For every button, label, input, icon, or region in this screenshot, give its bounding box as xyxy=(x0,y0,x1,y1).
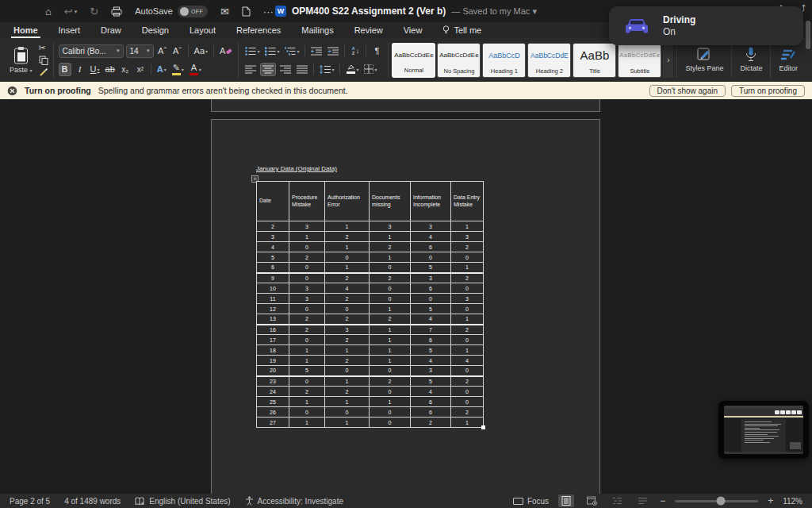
table-cell[interactable]: 16 xyxy=(257,325,289,335)
undo-icon[interactable]: ↩▾ xyxy=(64,6,77,17)
table-cell[interactable]: 2 xyxy=(370,376,411,387)
table-cell[interactable]: 0 xyxy=(289,407,325,418)
table-cell[interactable]: 2 xyxy=(289,252,325,263)
table-cell[interactable]: 4 xyxy=(451,356,484,366)
table-cell[interactable]: 6 xyxy=(411,407,451,418)
table-cell[interactable]: 2 xyxy=(325,356,370,366)
grow-font-button[interactable]: Aˆ xyxy=(156,44,169,58)
table-cell[interactable]: 1 xyxy=(325,263,370,273)
table-cell[interactable]: 3 xyxy=(289,221,325,232)
table-cell[interactable]: 23 xyxy=(257,376,289,387)
cut-icon[interactable]: ✂ xyxy=(39,42,48,53)
table-cell[interactable]: 2 xyxy=(289,387,325,397)
table-cell[interactable]: 0 xyxy=(370,387,411,397)
table-cell[interactable]: 0 xyxy=(289,273,325,283)
table-cell[interactable]: 3 xyxy=(451,232,484,242)
table-cell[interactable]: 1 xyxy=(289,397,325,407)
table-cell[interactable]: 1 xyxy=(451,418,484,428)
table-cell[interactable]: 1 xyxy=(325,418,370,428)
print-icon[interactable] xyxy=(111,6,122,17)
increase-indent-button[interactable] xyxy=(326,44,340,58)
table-cell[interactable]: 0 xyxy=(451,335,484,345)
table-cell[interactable]: 4 xyxy=(257,242,289,252)
table-cell[interactable]: 0 xyxy=(325,304,370,314)
align-left-button[interactable] xyxy=(243,63,258,76)
table-cell[interactable]: 5 xyxy=(289,366,325,376)
table-cell[interactable]: 18 xyxy=(257,345,289,356)
table-cell[interactable]: 2 xyxy=(370,242,411,252)
table-cell[interactable]: 3 xyxy=(325,325,370,335)
tab-design[interactable]: Design xyxy=(132,22,179,38)
table-cell[interactable]: 1 xyxy=(325,376,370,387)
tab-view[interactable]: View xyxy=(393,22,433,38)
table-cell[interactable]: 5 xyxy=(411,376,451,387)
draft-view-button[interactable] xyxy=(634,495,650,507)
table-cell[interactable]: 0 xyxy=(289,304,325,314)
table-title[interactable]: January Data (Original Data) xyxy=(256,165,337,172)
table-cell[interactable]: 5 xyxy=(411,304,451,314)
tab-home[interactable]: Home xyxy=(3,22,48,38)
style-subtitle[interactable]: AaBbCcDdEe Subtitle xyxy=(618,43,661,78)
table-cell[interactable]: 2 xyxy=(451,325,484,335)
driving-focus-notification[interactable]: Driving On xyxy=(609,6,803,45)
table-cell[interactable]: 2 xyxy=(325,273,370,283)
table-cell[interactable]: 5 xyxy=(411,345,451,356)
tab-layout[interactable]: Layout xyxy=(179,22,226,38)
dont-show-again-button[interactable]: Don't show again xyxy=(649,85,726,97)
table-cell[interactable]: 17 xyxy=(257,335,289,345)
table-cell[interactable]: 2 xyxy=(289,325,325,335)
table-cell[interactable]: 0 xyxy=(451,387,484,397)
table-cell[interactable]: 26 xyxy=(257,407,289,418)
table-cell[interactable]: 1 xyxy=(451,314,484,325)
column-header[interactable]: Information Incomplete xyxy=(411,182,451,221)
table-cell[interactable]: 0 xyxy=(370,407,411,418)
undo-chevron-icon[interactable]: ▾ xyxy=(75,9,78,14)
table-cell[interactable]: 0 xyxy=(451,397,484,407)
numbered-list-button[interactable]: ▾ xyxy=(263,44,281,58)
zoom-in-button[interactable]: + xyxy=(768,495,773,506)
table-cell[interactable]: 2 xyxy=(451,376,484,387)
table-cell[interactable]: 12 xyxy=(257,304,289,314)
table-cell[interactable]: 2 xyxy=(257,221,289,232)
tab-review[interactable]: Review xyxy=(344,22,393,38)
table-cell[interactable]: 3 xyxy=(411,366,451,376)
italic-button[interactable]: I xyxy=(74,63,86,76)
zoom-slider-knob[interactable] xyxy=(716,497,725,506)
vertical-scrollbar-thumb[interactable] xyxy=(806,21,810,49)
mail-icon[interactable]: ✉ xyxy=(220,6,229,17)
tab-tell-me[interactable]: Tell me xyxy=(432,22,492,38)
table-cell[interactable]: 4 xyxy=(325,283,370,294)
table-resize-handle[interactable] xyxy=(481,425,485,429)
table-cell[interactable]: 0 xyxy=(325,407,370,418)
clear-formatting-button[interactable]: A xyxy=(218,44,233,58)
table-cell[interactable]: 0 xyxy=(451,304,484,314)
table-cell[interactable]: 27 xyxy=(257,418,289,428)
style-normal[interactable]: AaBbCcDdEe Normal xyxy=(392,43,435,78)
table-cell[interactable]: 1 xyxy=(325,397,370,407)
show-formatting-marks-button[interactable]: ¶ xyxy=(370,44,383,58)
page-indicator[interactable]: Page 2 of 5 xyxy=(10,497,50,506)
word-count[interactable]: 4 of 1489 words xyxy=(64,497,121,506)
subscript-button[interactable]: x₂ xyxy=(119,63,132,76)
paste-button[interactable]: Paste ▾ xyxy=(5,44,37,75)
table-cell[interactable]: 1 xyxy=(289,418,325,428)
more-commands-icon[interactable]: ··· xyxy=(263,6,274,17)
bullet-list-button[interactable]: ▾ xyxy=(243,44,261,58)
table-cell[interactable]: 1 xyxy=(370,325,411,335)
strikethrough-button[interactable]: ab xyxy=(104,63,117,76)
column-header[interactable]: Documents missing xyxy=(370,182,411,221)
table-cell[interactable]: 2 xyxy=(325,294,370,304)
style-title[interactable]: AaBb Title xyxy=(573,43,616,78)
table-cell[interactable]: 1 xyxy=(370,252,411,263)
shrink-font-button[interactable]: Aˇ xyxy=(171,44,184,58)
zoom-out-button[interactable]: − xyxy=(660,495,665,506)
document-canvas[interactable]: January Data (Original Data) + DateProce… xyxy=(0,99,812,494)
table-cell[interactable]: 1 xyxy=(325,345,370,356)
table-cell[interactable]: 2 xyxy=(289,314,325,325)
table-cell[interactable]: 3 xyxy=(411,273,451,283)
table-cell[interactable]: 0 xyxy=(451,283,484,294)
shading-button[interactable]: ▾ xyxy=(344,63,360,76)
multilevel-list-button[interactable]: ▾ xyxy=(283,44,301,58)
turn-on-proofing-button[interactable]: Turn on proofing xyxy=(731,85,805,97)
table-cell[interactable]: 0 xyxy=(325,366,370,376)
